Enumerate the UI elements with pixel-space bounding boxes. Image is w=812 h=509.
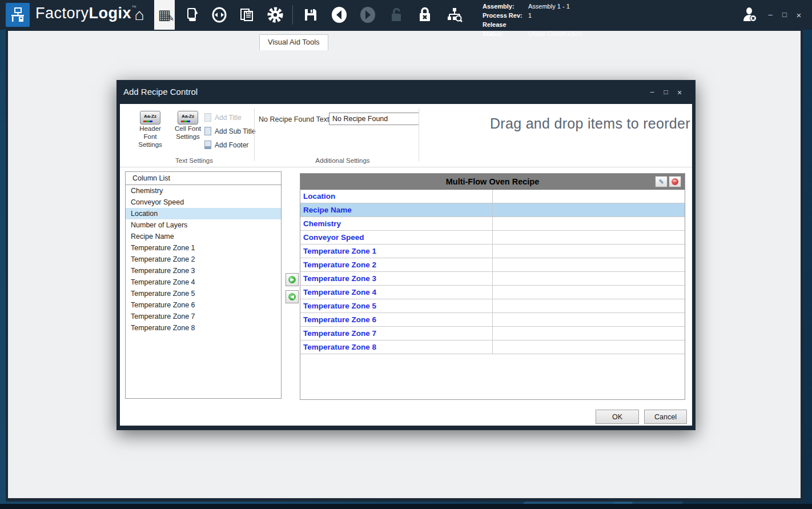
add-footer-button[interactable]: Add Footer [204,141,248,149]
column-list: Column List ChemistryConveyor SpeedLocat… [125,171,282,399]
back-icon[interactable] [329,5,349,25]
row-label-cell: Recipe Name [300,203,493,217]
text-settings-group-label: Text Settings [143,157,246,164]
recipe-table-title: Multi-Flow Oven Recipe [446,177,540,186]
forward-icon [357,5,378,25]
edit-icon: ✎ [658,178,664,186]
unlock-icon [386,5,407,25]
app-title: FactoryLogix™ [35,5,137,22]
column-list-item[interactable]: Recipe Name [126,231,281,242]
subtitle-page-icon [204,127,211,135]
dialog-minimize-button[interactable]: – [646,88,658,96]
font-settings-icon-2: Aa-Zz [178,111,198,125]
row-value-cell [493,286,685,299]
dialog-close-button[interactable]: × [674,88,685,97]
add-sub-title-button[interactable]: Add Sub Title [204,127,255,135]
table-row[interactable]: Temperature Zone 4 [300,286,685,299]
save-icon[interactable] [300,5,321,25]
info-row: Release Status:Under Construction [483,20,582,38]
report-book-icon[interactable] [236,5,257,25]
row-label-cell: Location [300,190,493,203]
assembly-info: Assembly:Assembly 1 - 1Process Rev:1Rele… [483,2,582,38]
table-row[interactable]: Temperature Zone 8 [300,340,685,354]
row-label-cell: Temperature Zone 3 [300,272,493,285]
row-value-cell [493,203,685,217]
column-list-item[interactable]: Temperature Zone 7 [126,311,281,322]
column-list-item[interactable]: Temperature Zone 4 [126,276,281,288]
remove-icon: − [672,178,678,185]
row-label-cell: Chemistry [300,217,493,230]
process-audit-icon[interactable] [444,5,465,25]
title-page-icon [204,113,211,122]
documents-icon[interactable] [183,5,203,25]
row-label-cell: Conveyor Speed [300,231,493,244]
table-row[interactable]: Temperature Zone 2 [300,258,685,272]
tab-visual-aid-tools[interactable]: Visual Aid Tools [259,34,328,50]
main-titlebar: FactoryLogix™ ⌂ ▦✎ [0,0,812,30]
dialog-maximize-button[interactable]: □ [660,88,672,96]
cancel-button[interactable]: Cancel [644,410,687,424]
row-value-cell [493,258,685,271]
recipe-table: Multi-Flow Oven Recipe ✎ − Location Reci… [300,173,685,400]
column-list-item[interactable]: Chemistry [126,185,281,197]
table-row[interactable]: Temperature Zone 1 [300,245,685,258]
maximize-button[interactable]: □ [778,10,791,19]
edit-header-button[interactable]: ✎ [655,176,668,187]
table-row[interactable]: Temperature Zone 7 [300,327,685,340]
table-row[interactable]: Location [300,190,685,203]
dialog-title: Add Recipe Control [123,87,198,97]
drag-drop-hint: Drag and drop items to reorder [490,115,690,132]
row-value-cell [493,217,685,230]
application-window: FactoryLogix™ ⌂ ▦✎ [0,0,812,509]
row-value-cell [493,190,685,203]
column-list-item[interactable]: Temperature Zone 8 [126,322,281,334]
column-list-item[interactable]: Number of Layers [126,219,281,231]
table-row[interactable]: Conveyor Speed [300,231,685,245]
remove-control-button[interactable]: − [669,176,681,187]
move-to-table-button[interactable]: ▶ [286,273,299,286]
arrow-left-icon: ◀ [288,293,296,300]
row-label-cell: Temperature Zone 6 [300,313,493,326]
table-row[interactable]: Temperature Zone 6 [300,313,685,327]
row-label-cell: Temperature Zone 8 [300,340,493,354]
process-designer-icon[interactable]: ▦✎ [154,0,175,30]
lock-x-icon[interactable] [415,5,435,25]
close-button[interactable]: × [793,10,805,20]
table-row[interactable]: Temperature Zone 3 [300,272,685,286]
minimize-button[interactable]: – [764,10,777,19]
header-font-settings-button[interactable]: Aa-Zz Header Font Settings [132,111,168,149]
sync-icon[interactable] [209,5,230,25]
column-list-item[interactable]: Temperature Zone 2 [126,254,281,265]
column-list-item[interactable]: Location [126,208,281,219]
row-value-cell [493,340,685,354]
home-icon[interactable]: ⌂ [129,5,150,25]
move-to-list-button[interactable]: ◀ [286,290,299,303]
row-label-cell: Temperature Zone 1 [300,245,493,258]
row-value-cell [493,299,685,312]
row-value-cell [493,245,685,258]
additional-settings-group-label: Additional Settings [286,157,400,164]
dialog-body: Aa-Zz Header Font Settings Aa-Zz Cell Fo… [120,104,692,426]
row-value-cell [493,231,685,244]
column-list-item[interactable]: Temperature Zone 3 [126,265,281,276]
column-list-item[interactable]: Temperature Zone 1 [126,242,281,254]
no-recipe-found-label: No Recipe Found Text [259,115,329,123]
recipe-table-header: Multi-Flow Oven Recipe ✎ − [300,174,685,190]
column-list-item[interactable]: Conveyor Speed [126,197,281,208]
row-value-cell [493,327,685,340]
settings-gear-icon[interactable] [265,5,286,25]
table-row[interactable]: Chemistry [300,217,685,231]
no-recipe-found-input[interactable] [329,113,419,125]
row-label-cell: Temperature Zone 5 [300,299,493,312]
row-label-cell: Temperature Zone 2 [300,258,493,271]
table-row[interactable]: Temperature Zone 5 [300,299,685,313]
user-disconnect-icon[interactable] [739,5,760,25]
font-settings-icon: Aa-Zz [140,111,160,125]
cell-font-settings-button[interactable]: Aa-Zz Cell Font Settings [170,111,206,141]
row-label-cell: Temperature Zone 7 [300,327,493,340]
ok-button[interactable]: OK [596,410,639,424]
column-list-item[interactable]: Temperature Zone 5 [126,288,281,299]
add-recipe-control-dialog: Add Recipe Control – □ × Aa-Zz Header Fo… [116,80,696,430]
table-row[interactable]: Recipe Name [300,203,685,217]
column-list-item[interactable]: Temperature Zone 6 [126,299,281,311]
